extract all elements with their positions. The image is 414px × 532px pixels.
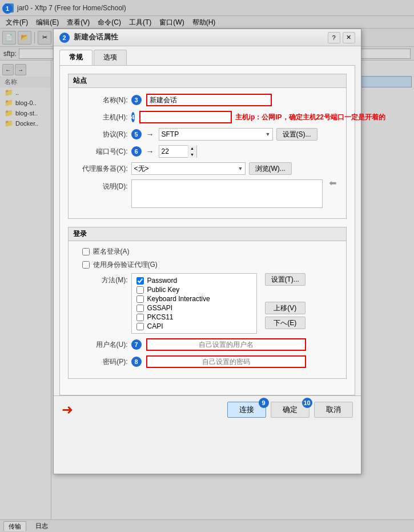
login-section: 登录 匿名登录(A) 使用身份验证代理(G)	[68, 227, 347, 379]
method-gssapi[interactable]: GSSAPI	[135, 303, 253, 313]
method-capi-label: CAPI	[147, 322, 163, 330]
station-section: 站点 名称(N): 3 主机(H): 4	[68, 74, 347, 219]
badge-9: 9	[259, 398, 269, 408]
method-publickey-label: Public Key	[147, 286, 180, 294]
desc-textarea[interactable]	[131, 179, 323, 208]
method-dropdown: Password Public Key Keyboard Interactive	[131, 273, 257, 334]
badge-6: 6	[131, 146, 142, 157]
connect-button[interactable]: 9 连接	[227, 402, 266, 418]
method-password-label: Password	[147, 277, 178, 285]
dialog-controls: ? ✕	[328, 32, 355, 43]
password-input[interactable]	[146, 355, 306, 368]
proxy-browse-btn[interactable]: 浏览(W)...	[249, 162, 292, 175]
proxy-select-wrap: <无> ▼	[131, 162, 246, 175]
tab-options[interactable]: 选项	[94, 50, 127, 65]
login-header: 登录	[69, 227, 346, 241]
agent-row: 使用身份验证代理(G)	[77, 260, 338, 270]
protocol-label: 协议(R):	[77, 130, 128, 139]
proxy-row: 代理服务器(X): <无> ▼ 浏览(W)...	[77, 162, 338, 175]
station-header: 站点	[69, 74, 346, 88]
method-keyboard-checkbox[interactable]	[136, 295, 144, 303]
anon-label: 匿名登录(A)	[93, 247, 130, 257]
protocol-select-wrap: SFTP FTP FTP+SSH ▼	[159, 128, 273, 141]
agent-label: 使用身份验证代理(G)	[93, 260, 158, 270]
anon-checkbox[interactable]	[82, 248, 90, 255]
dialog-overlay: 2 新建会话属性 ? ✕ 常规 选项 站点	[0, 0, 414, 532]
method-keyboard[interactable]: Keyboard Interactive	[135, 294, 253, 303]
method-keyboard-label: Keyboard Interactive	[147, 295, 210, 303]
dialog-close-btn[interactable]: ✕	[343, 32, 355, 43]
method-capi-checkbox[interactable]	[136, 323, 144, 330]
cancel-button[interactable]: 取消	[314, 402, 353, 418]
name-label: 名称(N):	[77, 95, 128, 105]
username-input[interactable]	[146, 338, 306, 351]
station-body: 名称(N): 3 主机(H): 4 主机ip：公网IP，确定主机22号端口一定是…	[69, 88, 346, 218]
scroll-indicator: ⬇	[327, 179, 338, 208]
method-gssapi-checkbox[interactable]	[136, 305, 144, 312]
dialog-tabs: 常规 选项	[54, 46, 361, 65]
port-row: 端口号(C): 6 → ▲ ▼	[77, 145, 338, 158]
proxy-select[interactable]: <无>	[131, 162, 246, 175]
method-capi[interactable]: CAPI	[135, 322, 253, 331]
dialog-titlebar: 2 新建会话属性 ? ✕	[54, 29, 361, 46]
username-label: 用户名(U):	[77, 340, 128, 350]
method-label: 方法(M):	[77, 273, 128, 285]
password-row: 密码(P): 8	[77, 355, 338, 368]
badge-1: 1	[2, 3, 13, 14]
dialog-content: 站点 名称(N): 3 主机(H): 4	[59, 65, 355, 395]
method-up-btn[interactable]: 上移(V)	[265, 302, 306, 314]
app-window: 🗂 jar0 - Xftp 7 (Free for Home/School) 1…	[0, 0, 414, 532]
name-input[interactable]	[146, 94, 272, 106]
connect-arrow-area: ➜	[62, 402, 73, 418]
host-hint: 主机ip：公网IP，确定主机22号端口一定是开着的	[235, 113, 385, 122]
method-password-checkbox[interactable]	[136, 277, 144, 285]
host-row: 主机(H): 4 主机ip：公网IP，确定主机22号端口一定是开着的	[77, 111, 338, 123]
host-input[interactable]	[139, 111, 232, 123]
badge-4: 4	[131, 112, 135, 122]
method-right-btns: 设置(T)... 上移(V) 下へ(E)	[265, 273, 306, 329]
port-up-btn[interactable]: ▲	[188, 145, 196, 151]
port-input[interactable]	[159, 146, 188, 157]
protocol-row: 协议(R): 5 → SFTP FTP FTP+SSH ▼	[77, 128, 338, 141]
badge-10: 10	[302, 398, 312, 408]
badge-5: 5	[131, 129, 142, 139]
dialog-footer: ➜ 9 连接 10 确定 取消	[54, 395, 361, 423]
method-settings-btn[interactable]: 设置(T)...	[265, 273, 306, 286]
connect-arrow-icon: ➜	[62, 402, 73, 418]
proxy-label: 代理服务器(X):	[77, 164, 128, 174]
dialog-title: 2 新建会话属性	[59, 32, 119, 43]
badge-2: 2	[59, 33, 70, 43]
host-label: 主机(H):	[77, 113, 128, 122]
agent-checkbox[interactable]	[82, 261, 90, 269]
method-pkcs11-checkbox[interactable]	[136, 314, 144, 321]
tab-general[interactable]: 常规	[59, 50, 93, 65]
desc-label: 说明(D):	[77, 179, 128, 191]
name-row: 名称(N): 3	[77, 94, 338, 106]
method-gssapi-label: GSSAPI	[147, 304, 173, 312]
anon-row: 匿名登录(A)	[77, 247, 338, 257]
port-input-wrap: ▲ ▼	[159, 145, 197, 158]
arrow-protocol: →	[146, 130, 154, 139]
badge-7: 7	[131, 339, 142, 350]
method-publickey[interactable]: Public Key	[135, 285, 253, 294]
port-label: 端口号(C):	[77, 147, 128, 157]
dialog-help-btn[interactable]: ?	[328, 32, 340, 43]
protocol-select[interactable]: SFTP FTP FTP+SSH	[159, 128, 273, 141]
badge-8: 8	[131, 357, 142, 367]
method-pkcs11-label: PKCS11	[147, 313, 174, 321]
port-down-btn[interactable]: ▼	[188, 151, 196, 158]
method-publickey-checkbox[interactable]	[136, 286, 144, 294]
method-row: 方法(M): Password Public Key	[77, 273, 338, 334]
port-spinners: ▲ ▼	[188, 145, 196, 158]
arrow-port: →	[146, 147, 154, 156]
method-pkcs11[interactable]: PKCS11	[135, 313, 253, 322]
protocol-settings-btn[interactable]: 设置(S)...	[276, 128, 317, 141]
method-down-btn[interactable]: 下へ(E)	[265, 317, 306, 329]
method-password[interactable]: Password	[135, 276, 253, 285]
login-body: 匿名登录(A) 使用身份验证代理(G) 方法(M):	[69, 241, 346, 378]
password-label: 密码(P):	[77, 357, 128, 367]
dialog: 2 新建会话属性 ? ✕ 常规 选项 站点	[53, 29, 361, 474]
badge-3: 3	[131, 95, 142, 105]
desc-row: 说明(D): ⬇	[77, 179, 338, 208]
ok-button[interactable]: 10 确定	[271, 402, 310, 418]
